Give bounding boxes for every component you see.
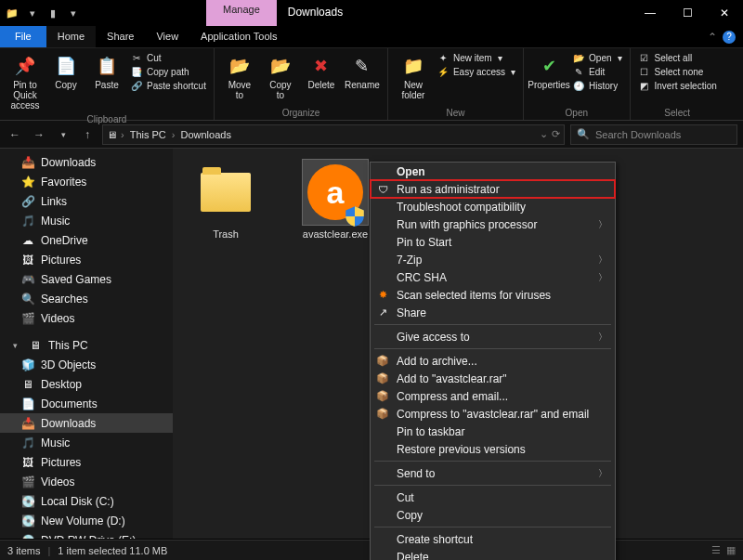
ctx-restore-versions[interactable]: Restore previous versions (371, 440, 615, 458)
easy-access-button[interactable]: ⚡Easy access▾ (435, 66, 517, 78)
uac-shield-icon: 🛡 (374, 184, 391, 195)
breadcrumb-downloads[interactable]: Downloads (178, 129, 232, 140)
qat-overflow-icon[interactable]: ▾ (65, 5, 82, 21)
select-all-button[interactable]: ☑Select all (636, 52, 719, 64)
minimize-button[interactable]: — (632, 0, 669, 26)
open-button[interactable]: 📂Open▾ (570, 52, 623, 64)
copy-button[interactable]: 📄Copy (46, 52, 85, 92)
nav-back-button[interactable]: ← (6, 125, 24, 144)
winrar-icon: 📦 (374, 390, 391, 402)
sidebar-thispc[interactable]: ▾🖥This PC (0, 335, 173, 355)
sidebar-item-documents[interactable]: 📄Documents (0, 394, 173, 413)
rename-button[interactable]: ✎Rename (343, 52, 382, 92)
refresh-button[interactable]: ⟳ (552, 128, 560, 140)
edit-button[interactable]: ✎Edit (570, 66, 623, 78)
nav-up-button[interactable]: ↑ (78, 125, 97, 144)
copy-path-button[interactable]: 📑Copy path (128, 66, 208, 78)
sidebar-item-searches[interactable]: 🔍Searches (0, 289, 173, 308)
contextual-tab-manage[interactable]: Manage (206, 0, 277, 26)
paste-shortcut-button[interactable]: 🔗Paste shortcut (128, 80, 208, 92)
delete-button[interactable]: ✖Delete (302, 52, 341, 92)
sidebar-item-desktop[interactable]: 🖥Desktop (0, 374, 173, 394)
sidebar-item-new-volume-d-[interactable]: 💽New Volume (D:) (0, 511, 173, 530)
sidebar-item-pictures[interactable]: 🖼Pictures (0, 250, 173, 269)
sidebar-item-dvd-rw-drive-e-[interactable]: 💿DVD RW Drive (E:) (0, 530, 173, 539)
sidebar-item-favorites[interactable]: ⭐Favorites (0, 172, 173, 191)
file-item-avastclear[interactable]: a avastclear.exe (293, 160, 377, 240)
new-folder-button[interactable]: 📁New folder (394, 52, 433, 102)
file-item-trash[interactable]: Trash (184, 160, 267, 240)
sidebar-item-pictures[interactable]: 🖼Pictures (0, 452, 173, 472)
new-item-icon: ✦ (437, 53, 450, 63)
history-button[interactable]: 🕘History (570, 80, 623, 92)
ctx-troubleshoot[interactable]: Troubleshoot compatibility (371, 198, 615, 215)
address-dropdown-icon[interactable]: ⌄ (540, 128, 548, 140)
ctx-compress-email[interactable]: 📦Compress and email... (371, 387, 615, 405)
ctx-send-to[interactable]: Send to〉 (371, 464, 615, 482)
search-placeholder: Search Downloads (595, 129, 681, 140)
breadcrumb-thispc[interactable]: This PC (128, 129, 168, 140)
help-icon[interactable]: ? (723, 31, 736, 44)
maximize-button[interactable]: ☐ (669, 0, 706, 26)
ctx-7zip[interactable]: 7-Zip〉 (371, 251, 615, 268)
sidebar-item-onedrive[interactable]: ☁OneDrive (0, 230, 173, 250)
ctx-add-rar[interactable]: 📦Add to "avastclear.rar" (371, 370, 615, 387)
ctx-pin-taskbar[interactable]: Pin to taskbar (371, 423, 615, 440)
sidebar-item-label: Pictures (41, 456, 81, 469)
ctx-add-archive[interactable]: 📦Add to archive... (371, 352, 615, 370)
address-bar[interactable]: 🖥 › This PC › Downloads ⌄ ⟳ (102, 124, 565, 145)
properties-button[interactable]: ✔Properties (529, 52, 568, 92)
ctx-delete[interactable]: Delete (371, 548, 615, 560)
ctx-copy[interactable]: Copy (371, 506, 615, 524)
copy-to-button[interactable]: 📂Copy to (261, 52, 300, 102)
ctx-cut[interactable]: Cut (371, 488, 615, 506)
sidebar-item-label: Local Disk (C:) (41, 495, 114, 508)
ctx-create-shortcut[interactable]: Create shortcut (371, 530, 615, 548)
menu-share[interactable]: Share (96, 26, 145, 47)
sidebar-item-downloads[interactable]: 📥Downloads (0, 413, 173, 433)
item-icon: 🖼 (20, 456, 35, 469)
easy-access-icon: ⚡ (437, 67, 450, 77)
ribbon-collapse-icon[interactable]: ⌃ (708, 31, 717, 44)
sidebar-item-videos[interactable]: 🎬Videos (0, 472, 173, 491)
view-details-icon[interactable]: ☰ (711, 544, 721, 556)
qat-dropdown-icon[interactable]: ▾ (24, 5, 41, 21)
search-input[interactable]: 🔍 Search Downloads (570, 124, 737, 145)
paste-button[interactable]: 📋Paste (87, 52, 126, 92)
scissors-icon: ✂ (130, 53, 143, 63)
ctx-scan-viruses[interactable]: ✸Scan selected items for viruses (371, 286, 615, 304)
ctx-crc-sha[interactable]: CRC SHA〉 (371, 268, 615, 286)
ctx-run-graphics[interactable]: Run with graphics processor〉 (371, 215, 615, 233)
chevron-down-icon[interactable]: ▾ (13, 341, 22, 350)
select-none-button[interactable]: ☐Select none (636, 66, 719, 78)
ctx-share[interactable]: ↗Share (371, 304, 615, 321)
close-button[interactable]: ✕ (706, 0, 743, 26)
sidebar-item-local-disk-c-[interactable]: 💽Local Disk (C:) (0, 491, 173, 511)
navigation-sidebar[interactable]: 📥Downloads⭐Favorites🔗Links🎵Music☁OneDriv… (0, 149, 173, 539)
ctx-give-access[interactable]: Give access to〉 (371, 328, 615, 345)
invert-selection-button[interactable]: ◩Invert selection (636, 80, 719, 92)
sidebar-item-music[interactable]: 🎵Music (0, 433, 173, 452)
ctx-run-as-admin[interactable]: 🛡Run as administrator (371, 180, 615, 198)
sidebar-item-label: Downloads (41, 156, 96, 169)
ctx-open[interactable]: Open (371, 163, 615, 180)
menu-application-tools[interactable]: Application Tools (189, 26, 288, 47)
move-to-button[interactable]: 📂Move to (220, 52, 259, 102)
sidebar-item-music[interactable]: 🎵Music (0, 211, 173, 230)
nav-recent-dropdown[interactable]: ▾ (54, 125, 72, 144)
new-item-button[interactable]: ✦New item▾ (435, 52, 517, 64)
sidebar-item-3d-objects[interactable]: 🧊3D Objects (0, 355, 173, 374)
pin-quick-access-button[interactable]: 📌Pin to Quick access (6, 52, 45, 112)
menu-view[interactable]: View (145, 26, 189, 47)
sidebar-item-links[interactable]: 🔗Links (0, 191, 173, 211)
menu-file[interactable]: File (0, 26, 46, 47)
ctx-compress-rar-email[interactable]: 📦Compress to "avastclear.rar" and email (371, 405, 615, 423)
sidebar-item-downloads[interactable]: 📥Downloads (0, 152, 173, 172)
sidebar-item-videos[interactable]: 🎬Videos (0, 308, 173, 328)
menu-home[interactable]: Home (46, 26, 96, 47)
view-large-icon[interactable]: ▦ (726, 544, 736, 556)
sidebar-item-saved-games[interactable]: 🎮Saved Games (0, 269, 173, 289)
nav-forward-button[interactable]: → (30, 125, 48, 144)
ctx-pin-start[interactable]: Pin to Start (371, 233, 615, 251)
cut-button[interactable]: ✂Cut (128, 52, 208, 64)
